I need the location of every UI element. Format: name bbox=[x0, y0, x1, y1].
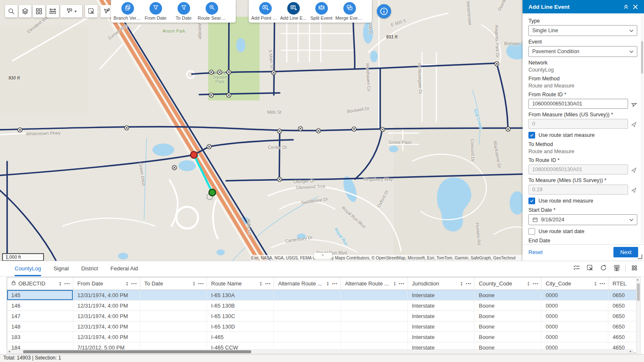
table-cell[interactable]: 12/31/1974, 4:00 PM bbox=[73, 290, 140, 300]
table-cell[interactable]: 0650 bbox=[608, 300, 637, 311]
info-button[interactable] bbox=[377, 4, 391, 18]
add-point-e-button[interactable]: Add Point E... bbox=[251, 2, 279, 21]
table-cell[interactable]: 145 bbox=[7, 290, 73, 300]
table-cell[interactable]: Interstate bbox=[408, 321, 475, 331]
table-cell[interactable]: 148 bbox=[7, 321, 73, 331]
table-cell[interactable] bbox=[140, 300, 207, 311]
table-cell[interactable] bbox=[274, 321, 341, 331]
table-cell[interactable] bbox=[341, 300, 408, 311]
type-select[interactable]: Single Line bbox=[528, 25, 637, 36]
map-canvas[interactable]: 930 ftElevated WaySunset WayAnson ParkAl… bbox=[0, 0, 523, 262]
basemap-gallery-button[interactable] bbox=[33, 5, 45, 18]
table-cell[interactable] bbox=[140, 311, 207, 321]
measure-button[interactable] bbox=[46, 5, 59, 18]
sort-icon[interactable]: ▲▼ bbox=[59, 281, 61, 286]
table-cell[interactable]: 0000 bbox=[541, 290, 608, 300]
table-cell[interactable]: 12/31/1974, 4:00 PM bbox=[73, 332, 140, 342]
panel-scrollbar[interactable] bbox=[641, 15, 644, 243]
table-row[interactable]: 14612/31/1974, 4:00 PMI-65 130BInterstat… bbox=[7, 300, 637, 311]
vscroll-thumb[interactable] bbox=[637, 283, 640, 301]
sort-icon[interactable]: ▲▼ bbox=[594, 281, 597, 286]
table-cell[interactable]: 0000 bbox=[541, 332, 608, 342]
table-cell[interactable]: 183 bbox=[7, 332, 73, 342]
reset-link[interactable]: Reset bbox=[528, 249, 613, 255]
column-menu-icon[interactable]: ••• bbox=[332, 282, 338, 286]
merge-events-button[interactable]: Merge Events bbox=[335, 2, 363, 21]
select-button[interactable]: ▼ bbox=[60, 5, 82, 18]
sort-icon[interactable]: ▲▼ bbox=[327, 281, 329, 286]
table-cell[interactable]: 0650 bbox=[608, 321, 637, 331]
table-cell[interactable]: I-65 130A bbox=[207, 290, 274, 300]
table-cell[interactable]: I-65 130B bbox=[207, 300, 274, 311]
table-row[interactable]: 14812/31/1974, 4:00 PMI-65 130DInterstat… bbox=[7, 321, 637, 332]
table-cell[interactable]: 0650 bbox=[608, 311, 637, 321]
column-header-route-name[interactable]: Route Name▲▼••• bbox=[207, 277, 274, 290]
column-menu-icon[interactable]: ••• bbox=[64, 282, 70, 286]
add-line-e-button[interactable]: Add Line E... bbox=[279, 2, 307, 21]
table-cell[interactable]: I-465 bbox=[207, 332, 274, 342]
column-header-alternate-route-[interactable]: Alternate Route ...▲▼••• bbox=[341, 277, 408, 290]
table-cell[interactable]: 0000 bbox=[541, 300, 608, 311]
clear-table-selection-button[interactable] bbox=[584, 263, 595, 274]
attribution-collapse-button[interactable]: ˅ bbox=[313, 252, 332, 259]
table-cell[interactable] bbox=[274, 332, 341, 342]
table-cell[interactable]: 0650 bbox=[608, 290, 637, 300]
refresh-table-button[interactable] bbox=[598, 263, 609, 274]
table-cell[interactable]: 12/31/1974, 4:00 PM bbox=[73, 321, 140, 331]
column-header-jurisdiction[interactable]: Jurisdiction▲▼••• bbox=[408, 277, 475, 290]
event-select[interactable]: Pavement Condition bbox=[528, 46, 637, 57]
pick-measure-on-map-icon[interactable] bbox=[631, 187, 637, 193]
panel-resize-handle[interactable] bbox=[638, 254, 642, 259]
hide-columns-button[interactable] bbox=[611, 263, 622, 274]
table-cell[interactable]: 4650 bbox=[608, 332, 637, 342]
table-cell[interactable]: 147 bbox=[7, 311, 73, 321]
branch-vers-button[interactable]: Branch Vers... bbox=[113, 2, 142, 21]
column-menu-icon[interactable]: ••• bbox=[466, 282, 472, 286]
table-row[interactable]: 14712/31/1974, 4:00 PMI-65 130CInterstat… bbox=[7, 311, 637, 321]
close-panel-button[interactable] bbox=[631, 2, 640, 11]
table-cell[interactable]: Boone bbox=[474, 332, 541, 342]
split-event-button[interactable]: Split Event bbox=[307, 2, 335, 21]
use-route-end-measure-checkbox[interactable] bbox=[528, 198, 535, 204]
sort-icon[interactable]: ▲▼ bbox=[527, 281, 530, 286]
pick-route-on-map-icon[interactable] bbox=[630, 100, 638, 108]
table-cell[interactable]: Boone bbox=[474, 321, 541, 331]
use-route-start-measure-row[interactable]: Use route start measure bbox=[528, 132, 637, 139]
column-header-city-code[interactable]: City_Code▲▼••• bbox=[541, 277, 608, 290]
sort-icon[interactable]: ▲▼ bbox=[393, 281, 396, 286]
table-cell[interactable]: 0000 bbox=[541, 321, 608, 331]
tab-countylog[interactable]: CountyLog bbox=[15, 262, 41, 276]
tab-federal-aid[interactable]: Federal Aid bbox=[111, 262, 138, 276]
table-cell[interactable] bbox=[274, 311, 341, 321]
table-cell[interactable]: Boone bbox=[474, 311, 541, 321]
column-menu-icon[interactable]: ••• bbox=[131, 282, 137, 286]
table-row[interactable]: 18312/31/1974, 4:00 PMI-465InterstateBoo… bbox=[7, 332, 637, 342]
table-cell[interactable] bbox=[274, 300, 341, 311]
use-route-end-measure-row[interactable]: Use route end measure bbox=[528, 198, 637, 204]
table-cell[interactable] bbox=[341, 311, 408, 321]
search-button[interactable] bbox=[5, 5, 18, 18]
column-header-county-code[interactable]: County_Code▲▼••• bbox=[474, 277, 541, 290]
table-cell[interactable]: Boone bbox=[474, 290, 541, 300]
table-cell[interactable]: Interstate bbox=[408, 332, 475, 342]
table-cell[interactable] bbox=[341, 321, 408, 331]
start-date-input[interactable]: 9/16/2024 bbox=[528, 214, 637, 225]
column-header-objectid[interactable]: OBJECTID▲▼••• bbox=[7, 277, 73, 290]
table-cell[interactable]: 12/31/1974, 4:00 PM bbox=[73, 300, 140, 311]
table-options-button[interactable] bbox=[629, 263, 640, 274]
from-date-button[interactable]: From Date bbox=[142, 2, 170, 21]
sort-icon[interactable]: ▲▼ bbox=[126, 281, 128, 286]
table-cell[interactable] bbox=[140, 290, 207, 300]
clear-selection-button[interactable] bbox=[85, 5, 98, 18]
pick-measure-on-map-icon[interactable] bbox=[631, 121, 637, 127]
collapse-panel-button[interactable] bbox=[621, 2, 631, 11]
pick-route-on-map-icon[interactable] bbox=[631, 167, 637, 173]
next-button[interactable]: Next bbox=[613, 247, 638, 257]
column-header-rtel[interactable]: RTEL bbox=[608, 277, 637, 290]
table-cell[interactable]: I-65 130D bbox=[207, 321, 274, 331]
use-route-start-measure-checkbox[interactable] bbox=[528, 132, 535, 139]
to-date-button[interactable]: To Date bbox=[170, 2, 198, 21]
table-cell[interactable]: Interstate bbox=[408, 290, 475, 300]
show-selected-records-button[interactable] bbox=[571, 263, 582, 274]
column-menu-icon[interactable]: ••• bbox=[600, 282, 605, 286]
